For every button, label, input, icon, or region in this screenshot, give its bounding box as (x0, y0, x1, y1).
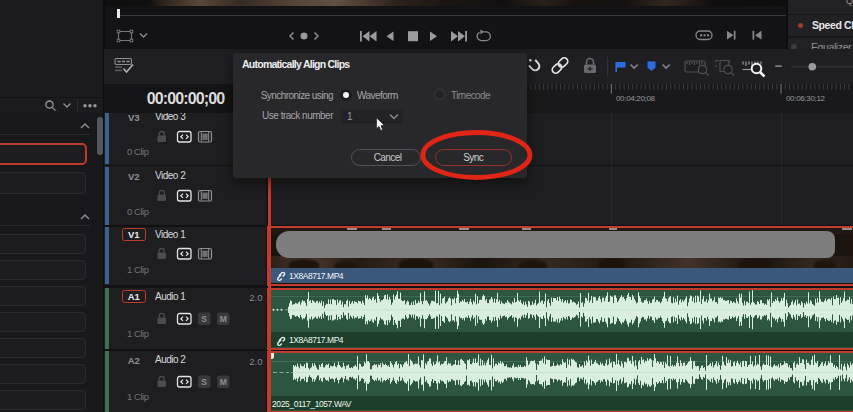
svg-text:M: M (220, 377, 227, 387)
svg-text:S: S (201, 377, 207, 387)
svg-text:M: M (220, 314, 227, 324)
svg-text:S: S (201, 314, 207, 324)
